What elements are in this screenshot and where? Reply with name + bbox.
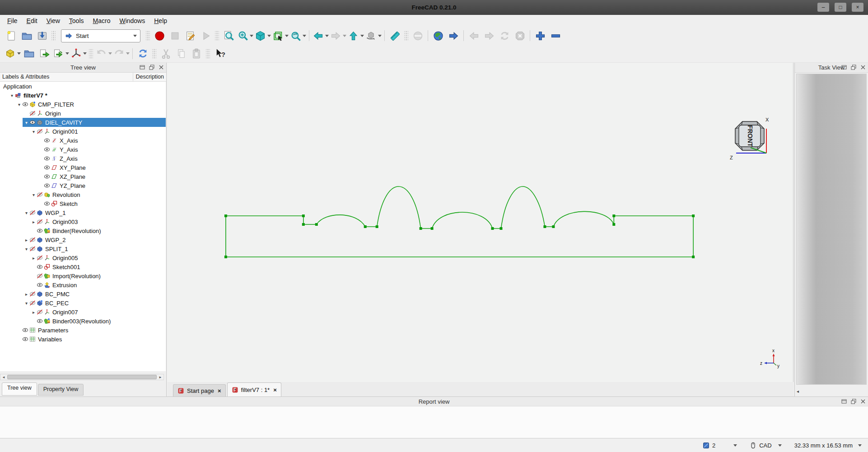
view-selection-button[interactable] bbox=[271, 28, 289, 43]
dock-panel-icon[interactable] bbox=[139, 64, 145, 72]
maximize-button[interactable]: □ bbox=[835, 3, 846, 12]
close-panel-icon[interactable] bbox=[158, 64, 164, 72]
zoom-tools-button[interactable] bbox=[236, 28, 254, 43]
tree-row-z-axis[interactable]: Z_Axis bbox=[0, 154, 166, 163]
tree-expander-icon[interactable]: ▾ bbox=[23, 120, 29, 125]
document-tab-filterv7-1[interactable]: filterV7 : 1*× bbox=[227, 382, 281, 396]
tree-row-variables[interactable]: Variables bbox=[0, 335, 166, 344]
scrollbar-thumb[interactable] bbox=[7, 375, 157, 379]
web-go-button[interactable] bbox=[446, 28, 461, 43]
tree-row-origin[interactable]: Origin bbox=[0, 109, 166, 118]
scroll-left-icon[interactable]: ◂ bbox=[797, 389, 799, 394]
tree-row-split-1[interactable]: ▾SPLIT_1 bbox=[0, 244, 166, 253]
zoom-out-button[interactable] bbox=[548, 28, 563, 43]
column-description[interactable]: Description bbox=[133, 73, 166, 81]
cut-button[interactable] bbox=[158, 46, 173, 61]
whats-this-button[interactable]: ? bbox=[212, 46, 227, 61]
tree-row-origin005[interactable]: ▸Origin005 bbox=[0, 253, 166, 262]
tree-expander-icon[interactable]: ▾ bbox=[9, 93, 15, 98]
panel-tab-property-view[interactable]: Property View bbox=[38, 384, 84, 396]
tree-expander-icon[interactable]: ▾ bbox=[23, 247, 29, 252]
tree-row-sketch001[interactable]: Sketch001 bbox=[0, 262, 166, 271]
nav-back-button[interactable] bbox=[466, 28, 481, 43]
view-back-button[interactable] bbox=[312, 28, 329, 43]
make-link-button[interactable] bbox=[37, 46, 52, 61]
tree-row-x-axis[interactable]: X_Axis bbox=[0, 136, 166, 145]
document-tab-start-page[interactable]: Start page× bbox=[173, 384, 226, 396]
tree-row-revolution[interactable]: ▾Revolution bbox=[0, 190, 166, 199]
isometric-view-button[interactable] bbox=[254, 28, 271, 43]
close-panel-icon[interactable] bbox=[860, 64, 866, 72]
tree-row-y-axis[interactable]: Y_Axis bbox=[0, 145, 166, 154]
workbench-selector[interactable]: Start bbox=[61, 29, 140, 42]
menu-tools[interactable]: Tools bbox=[65, 16, 89, 26]
scroll-left-icon[interactable]: ◂ bbox=[0, 375, 7, 379]
column-labels-attributes[interactable]: Labels & Attributes bbox=[0, 73, 133, 81]
page-stop-button[interactable] bbox=[512, 28, 527, 43]
viewport-canvas[interactable]: FRONT X Z x y z bbox=[168, 63, 793, 382]
refresh-document-button[interactable] bbox=[135, 46, 150, 61]
redo-button[interactable] bbox=[112, 46, 130, 61]
make-sub-link-button[interactable] bbox=[52, 46, 70, 61]
dock-panel-icon[interactable] bbox=[841, 64, 847, 72]
web-home-button[interactable] bbox=[430, 28, 446, 43]
tree-row-diel-cavity[interactable]: ▾DIEL_CAVITY bbox=[0, 118, 166, 127]
create-part-button[interactable] bbox=[4, 46, 21, 61]
tree-row-parameters[interactable]: Parameters bbox=[0, 326, 166, 335]
tree-row-xy-plane[interactable]: XY_Plane bbox=[0, 163, 166, 172]
undo-button[interactable] bbox=[95, 46, 112, 61]
tree-expander-icon[interactable]: ▸ bbox=[23, 238, 29, 242]
view-forward-button[interactable] bbox=[329, 28, 347, 43]
measure-button[interactable] bbox=[387, 28, 402, 43]
menu-macro[interactable]: Macro bbox=[89, 16, 115, 26]
tree-expander-icon[interactable]: ▸ bbox=[31, 310, 37, 315]
macro-record-button[interactable] bbox=[152, 28, 167, 43]
menu-help[interactable]: Help bbox=[149, 16, 172, 26]
save-file-button[interactable] bbox=[34, 28, 50, 43]
open-file-button[interactable] bbox=[19, 28, 34, 43]
tree-row-wgp-2[interactable]: ▸WGP_2 bbox=[0, 235, 166, 244]
new-file-button[interactable] bbox=[4, 28, 19, 43]
view-rotate-button[interactable] bbox=[364, 28, 382, 43]
macro-edit-button[interactable] bbox=[182, 28, 198, 43]
tree-row-import-revolution[interactable]: Import(Revolution) bbox=[0, 271, 166, 280]
tree-row-application[interactable]: Application bbox=[0, 82, 166, 91]
tree-row-sketch[interactable]: Sketch bbox=[0, 199, 166, 208]
scroll-right-icon[interactable]: ▸ bbox=[157, 375, 163, 379]
tree-row-filterv7[interactable]: ▾filterV7 * bbox=[0, 91, 166, 100]
zoom-in-button[interactable] bbox=[532, 28, 548, 43]
menu-edit[interactable]: Edit bbox=[22, 16, 42, 26]
tree-row-origin003[interactable]: ▸Origin003 bbox=[0, 217, 166, 226]
tree-row-binder-revolution[interactable]: Binder(Revolution) bbox=[0, 226, 166, 235]
tree-expander-icon[interactable]: ▸ bbox=[31, 219, 37, 224]
tree-row-origin001[interactable]: ▾Origin001 bbox=[0, 127, 166, 136]
tree-expander-icon[interactable]: ▾ bbox=[31, 192, 37, 197]
page-refresh-button[interactable] bbox=[497, 28, 512, 43]
navigation-cube[interactable]: FRONT X Z bbox=[727, 112, 790, 171]
panel-tab-tree-view[interactable]: Tree view bbox=[2, 382, 37, 396]
tree-row-extrusion[interactable]: Extrusion bbox=[0, 280, 166, 289]
macro-play-button[interactable] bbox=[198, 28, 213, 43]
tree-expander-icon[interactable]: ▸ bbox=[23, 292, 29, 297]
float-panel-icon[interactable] bbox=[850, 64, 857, 72]
paste-button[interactable] bbox=[189, 46, 204, 61]
tree-horizontal-scrollbar[interactable]: ◂ ▸ bbox=[0, 374, 164, 380]
tree-row-binder003-revolution[interactable]: Binder003(Revolution) bbox=[0, 317, 166, 326]
tree-expander-icon[interactable]: ▾ bbox=[16, 102, 22, 107]
close-panel-icon[interactable] bbox=[860, 398, 866, 406]
minimize-button[interactable]: – bbox=[817, 3, 829, 12]
nav-forward-button[interactable] bbox=[481, 28, 497, 43]
menu-file[interactable]: File bbox=[3, 16, 22, 26]
menu-windows[interactable]: Windows bbox=[115, 16, 149, 26]
navcube-front-label[interactable]: FRONT bbox=[747, 125, 754, 147]
copy-button[interactable] bbox=[173, 46, 189, 61]
tree-row-xz-plane[interactable]: XZ_Plane bbox=[0, 172, 166, 181]
tree-expander-icon[interactable]: ▾ bbox=[23, 301, 29, 306]
section-view-button[interactable] bbox=[410, 28, 425, 43]
macro-stop-button[interactable] bbox=[167, 28, 182, 43]
close-button[interactable]: × bbox=[852, 3, 863, 12]
tree-row-origin007[interactable]: ▸Origin007 bbox=[0, 308, 166, 317]
navigation-style-dropdown[interactable]: CAD bbox=[750, 442, 781, 449]
dimension-dropdown[interactable]: 32.33 mm x 16.53 mm bbox=[794, 442, 862, 449]
create-datum-button[interactable] bbox=[70, 46, 87, 61]
